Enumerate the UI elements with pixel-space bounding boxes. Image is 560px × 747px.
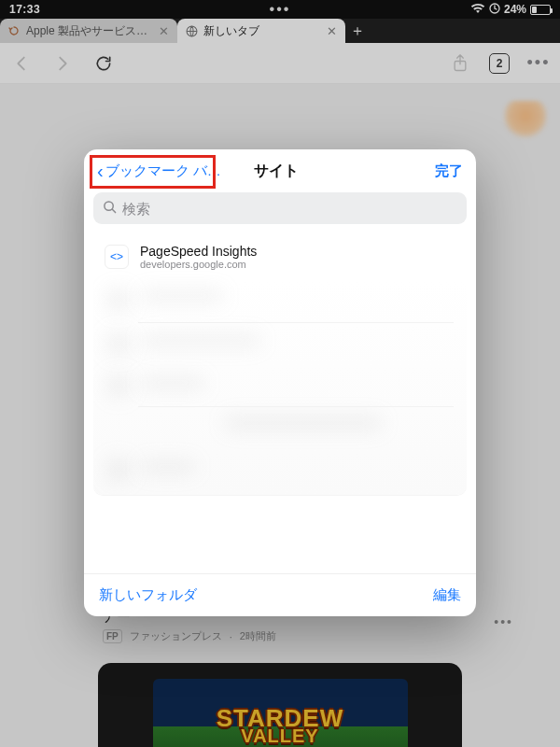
chevron-left-icon: ‹ — [97, 162, 104, 180]
bookmark-row[interactable]: <> PageSpeed Insights developers.google.… — [93, 233, 467, 280]
search-field[interactable] — [93, 192, 467, 224]
bookmark-title: PageSpeed Insights — [140, 244, 257, 259]
done-button[interactable]: 完了 — [435, 162, 463, 180]
bookmarks-sheet: ‹ ブックマーク バ… サイト 完了 <> PageSpeed Insights… — [84, 149, 476, 616]
site-favicon-icon: <> — [105, 245, 129, 269]
bookmarks-list: <> PageSpeed Insights developers.google.… — [93, 233, 467, 495]
new-folder-button[interactable]: 新しいフォルダ — [99, 586, 197, 604]
bookmark-subtitle: developers.google.com — [140, 259, 257, 270]
redacted-rows — [93, 280, 467, 495]
search-input[interactable] — [122, 201, 457, 217]
sheet-header: ‹ ブックマーク バ… サイト 完了 — [84, 149, 476, 192]
sheet-body: <> PageSpeed Insights developers.google.… — [84, 233, 476, 573]
sheet-footer: 新しいフォルダ 編集 — [84, 573, 476, 616]
sheet-title: サイト — [119, 162, 435, 181]
search-icon — [103, 200, 117, 217]
edit-button[interactable]: 編集 — [433, 586, 461, 604]
